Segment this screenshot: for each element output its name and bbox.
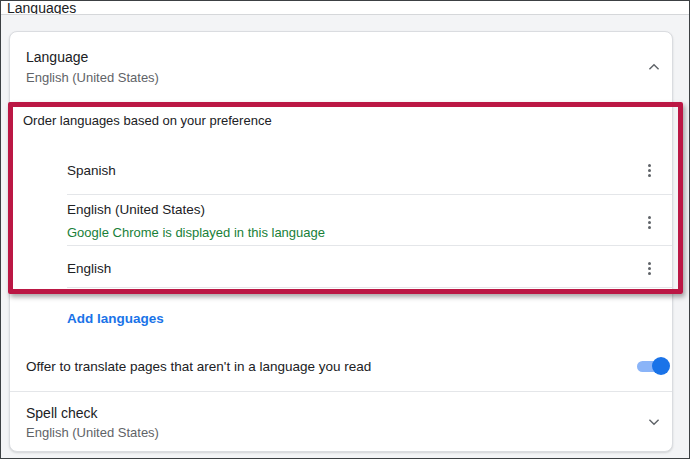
order-languages-label: Order languages based on your preference — [23, 113, 272, 129]
toggle-knob — [652, 357, 670, 375]
translate-toggle[interactable] — [637, 357, 670, 376]
spell-check-title: Spell check — [26, 405, 98, 421]
kebab-menu-icon[interactable] — [641, 162, 657, 178]
list-divider — [67, 287, 672, 288]
language-row-subtitle: English (United States) — [26, 70, 159, 85]
section-divider — [10, 391, 672, 392]
chevron-down-icon[interactable] — [642, 410, 666, 434]
list-divider — [67, 194, 672, 195]
kebab-menu-icon[interactable] — [641, 214, 657, 230]
spell-check-subtitle: English (United States) — [26, 425, 159, 440]
chrome-settings-languages-screen: Languages Language English (United State… — [0, 0, 690, 459]
display-language-note: Google Chrome is displayed in this langu… — [67, 225, 325, 240]
language-name: English — [67, 261, 111, 276]
languages-settings-card: Language English (United States) Order l… — [9, 31, 673, 452]
list-divider — [67, 245, 672, 246]
language-name: English (United States) — [67, 202, 205, 217]
language-row-title: Language — [26, 49, 88, 65]
language-name: Spanish — [67, 163, 116, 178]
kebab-menu-icon[interactable] — [641, 260, 657, 276]
chevron-up-icon[interactable] — [642, 55, 666, 79]
offer-translate-label: Offer to translate pages that aren't in … — [26, 359, 371, 375]
add-languages-button[interactable]: Add languages — [67, 311, 164, 327]
